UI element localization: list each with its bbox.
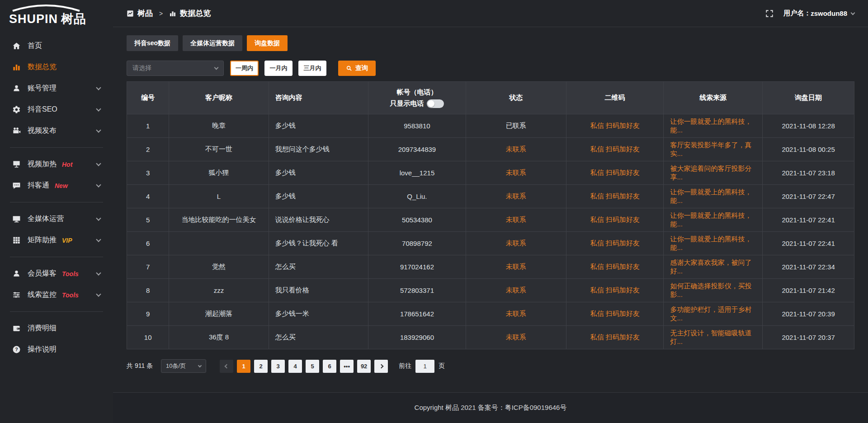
search-button[interactable]: 查询 [338,61,376,76]
sidebar-item-omnimedia-operation[interactable]: 全媒体运营 [0,208,113,230]
chevron-down-icon [96,106,101,111]
chevron-down-icon [96,291,101,296]
table-row: 9潮起潮落多少钱一米178651642未联系私信 扫码加好友多功能护栏灯，适用于… [127,302,854,326]
range-button-2[interactable]: 三月内 [298,61,326,76]
chevron-down-icon [96,182,101,187]
sidebar-item-member-baoke[interactable]: 会员爆客Tools [0,263,113,284]
qrcode-link[interactable]: 私信 扫码加好友 [566,302,664,326]
qrcode-link[interactable]: 私信 扫码加好友 [566,279,664,302]
sidebar-item-video-publish[interactable]: 视频发布 [0,120,113,141]
fullscreen-icon[interactable] [765,9,774,18]
page-button-5[interactable]: 5 [306,360,319,373]
user-icon [12,84,21,93]
next-page-button[interactable] [374,360,388,373]
phone-only-toggle[interactable] [427,99,444,108]
sidebar-item-label: 线索监控 [28,290,57,300]
range-button-1[interactable]: 一月内 [264,61,292,76]
lead-source-link[interactable]: 客厅安装投影半年多了，真实... [664,138,763,161]
customer-nickname: 不可一世 [169,138,269,161]
lead-source-link[interactable]: 让你一眼就爱上的黑科技，能... [664,208,763,232]
lead-source-link[interactable]: 让你一眼就爱上的黑科技，能... [664,185,763,208]
menu-divider [10,147,103,148]
total-count: 共 911 条 [127,362,153,370]
toggle-knob [428,100,434,107]
prev-page-button[interactable] [220,360,233,373]
account-phone: 70898792 [368,232,466,255]
sidebar-item-account-management[interactable]: 账号管理 [0,78,113,99]
user-menu[interactable]: 用户名： zswodun88 [783,9,854,18]
account-phone: 50534380 [368,208,466,232]
page-button-1[interactable]: 1 [237,360,250,373]
chevron-down-icon [96,216,101,221]
page-button-6[interactable]: 6 [323,360,336,373]
bar-chart-icon [12,63,21,71]
page-button-92[interactable]: 92 [357,360,371,373]
filter-select[interactable]: 请选择 [127,61,224,76]
lead-source-link[interactable]: 如何正确选择投影仪，买投影... [664,279,763,302]
page-unit-label: 页 [439,362,445,370]
sidebar-item-douketong[interactable]: 抖客通New [0,175,113,196]
lead-source-link[interactable]: 被大家追着问的客厅投影分享... [664,161,763,185]
sidebar-item-douyin-seo[interactable]: 抖音SEO [0,99,113,120]
qrcode-link[interactable]: 私信 扫码加好友 [566,161,664,185]
tab-douyin-seo-data[interactable]: 抖音seo数据 [127,35,178,51]
tab-omnimedia-data[interactable]: 全媒体运营数据 [183,35,242,51]
page-button-4[interactable]: 4 [288,360,302,373]
chevron-down-icon [96,161,101,166]
sidebar-item-home[interactable]: 首页 [0,35,113,56]
range-button-0[interactable]: 一周内 [230,61,259,76]
qrcode-link[interactable]: 私信 扫码加好友 [566,138,664,161]
tab-inquiry-data[interactable]: 询盘数据 [247,35,288,51]
wallet-icon [12,324,21,333]
sidebar-item-video-heat[interactable]: 视频加热Hot [0,154,113,175]
row-number: 1 [127,114,169,138]
screen-board-icon [12,160,21,169]
sidebar-item-matrix-boost[interactable]: 矩阵助推VIP [0,230,113,251]
customer-nickname: zzz [169,279,269,302]
qrcode-link[interactable]: 私信 扫码加好友 [566,114,664,138]
sidebar-item-lead-monitor[interactable]: 线索监控Tools [0,284,113,306]
account-phone: love__1215 [368,161,466,185]
lead-source-link[interactable]: 让你一眼就爱上的黑科技，能... [664,114,763,138]
qrcode-link[interactable]: 私信 扫码加好友 [566,255,664,279]
menu-divider [10,311,103,312]
inquiry-date: 2021-11-07 20:37 [763,326,854,349]
grid-icon [12,236,21,244]
sidebar-item-label: 会员爆客 [28,269,57,278]
account-phone: 917024162 [368,255,466,279]
lead-source-link[interactable]: 感谢大家喜欢我家，被问了好... [664,255,763,279]
row-number: 10 [127,326,169,349]
chevron-down-icon [96,127,101,132]
sidebar-item-operation-guide[interactable]: ?操作说明 [0,339,113,360]
breadcrumb-home[interactable]: 树品 [137,8,153,19]
qrcode-link[interactable]: 私信 扫码加好友 [566,232,664,255]
page-size-value: 10条/页 [166,362,186,370]
inquiry-date: 2021-11-07 22:41 [763,232,854,255]
qrcode-link[interactable]: 私信 扫码加好友 [566,185,664,208]
inquiry-content: 多少钱？让我死心 看 [269,232,368,255]
lead-source-link[interactable]: 无主灯设计，智能磁吸轨道灯... [664,326,763,349]
qrcode-link[interactable]: 私信 扫码加好友 [566,326,664,349]
sidebar-item-consumption-details[interactable]: 消费明细 [0,318,113,339]
lead-source-link[interactable]: 多功能护栏灯，适用于乡村文... [664,302,763,326]
content: 抖音seo数据全媒体运营数据询盘数据 请选择 一周内一月内三月内 查询 [113,27,868,392]
sidebar-item-data-overview[interactable]: 数据总览 [0,56,113,78]
status-label: 未联系 [466,185,566,208]
inquiry-date: 2021-11-07 21:42 [763,279,854,302]
status-label: 未联系 [466,255,566,279]
tabs: 抖音seo数据全媒体运营数据询盘数据 [127,35,854,51]
lead-source-link[interactable]: 让你一眼就爱上的黑科技，能... [664,232,763,255]
page-size-select[interactable]: 10条/页 [161,359,206,373]
page-button-3[interactable]: 3 [271,360,285,373]
page-button-2[interactable]: 2 [254,360,268,373]
sidebar-item-label: 视频发布 [28,126,57,136]
sidebar-item-label: 数据总览 [28,62,57,72]
customer-nickname [169,232,269,255]
qrcode-link[interactable]: 私信 扫码加好友 [566,208,664,232]
goto-page-input[interactable] [415,360,434,373]
help-circle-icon: ? [12,345,21,354]
status-label: 未联系 [466,302,566,326]
sidebar: SHUPIN 树品 首页数据总览账号管理抖音SEO视频发布视频加热Hot抖客通N… [0,0,113,423]
status-label: 未联系 [466,326,566,349]
page-ellipsis[interactable]: ••• [340,360,354,373]
